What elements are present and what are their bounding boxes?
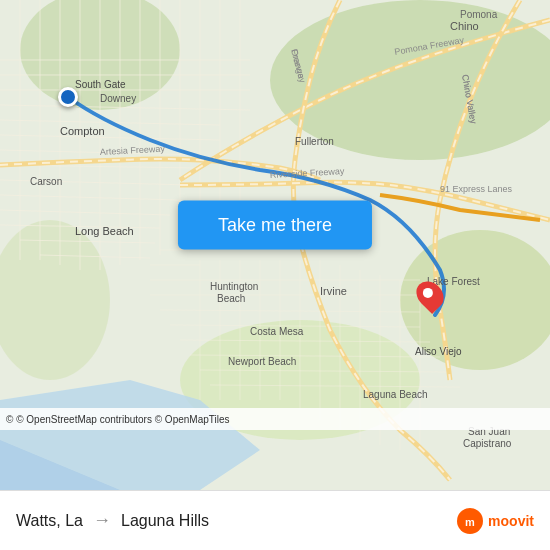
svg-text:Newport Beach: Newport Beach <box>228 356 296 367</box>
svg-text:Carson: Carson <box>30 176 62 187</box>
svg-text:m: m <box>465 516 475 528</box>
footer-bar: Watts, La → Laguna Hills m moovit <box>0 490 550 550</box>
svg-text:Compton: Compton <box>60 125 105 137</box>
svg-text:Huntington: Huntington <box>210 281 258 292</box>
moovit-text: moovit <box>488 513 534 529</box>
moovit-logo: m moovit <box>456 507 534 535</box>
svg-text:Long Beach: Long Beach <box>75 225 134 237</box>
svg-text:Irvine: Irvine <box>320 285 347 297</box>
svg-text:Fullerton: Fullerton <box>295 136 334 147</box>
svg-text:91 Express Lanes: 91 Express Lanes <box>440 184 513 194</box>
attribution-bar: © © OpenStreetMap contributors © OpenMap… <box>0 408 550 430</box>
svg-text:Costa Mesa: Costa Mesa <box>250 326 304 337</box>
destination-pin <box>418 280 442 310</box>
map-container: Chino Pomona South Gate Downey Compton C… <box>0 0 550 490</box>
svg-text:Aliso Viejo: Aliso Viejo <box>415 346 462 357</box>
copyright-icon: © <box>6 414 13 425</box>
take-me-there-button[interactable]: Take me there <box>178 201 372 250</box>
origin-label: Watts, La <box>16 512 83 530</box>
svg-text:Beach: Beach <box>217 293 245 304</box>
origin-pin <box>58 87 78 107</box>
arrow-icon: → <box>93 510 111 531</box>
svg-text:Pomona: Pomona <box>460 9 498 20</box>
chino-label: Chino <box>450 20 479 32</box>
svg-text:Laguna Beach: Laguna Beach <box>363 389 428 400</box>
attribution-text: © OpenStreetMap contributors © OpenMapTi… <box>16 414 229 425</box>
svg-text:Downey: Downey <box>100 93 136 104</box>
moovit-logo-icon: m <box>456 507 484 535</box>
destination-label: Laguna Hills <box>121 512 209 530</box>
svg-text:Capistrano: Capistrano <box>463 438 512 449</box>
svg-text:South Gate: South Gate <box>75 79 126 90</box>
